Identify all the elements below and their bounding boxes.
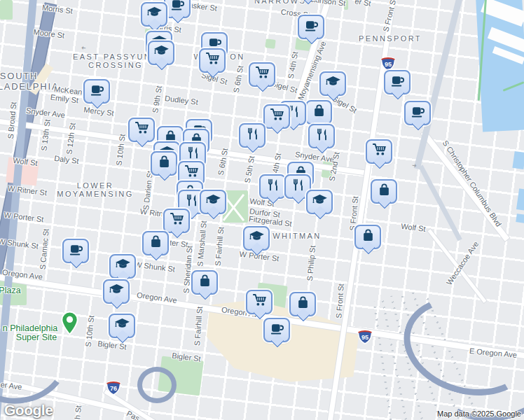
neighborhood-label: WHITMAN [273, 232, 321, 240]
freeway-loop-ramp [137, 367, 177, 403]
park-area [265, 38, 275, 49]
map-marker-cart[interactable] [246, 290, 273, 314]
grad-icon [153, 43, 170, 62]
cart-icon [371, 142, 387, 161]
cart-icon [169, 211, 185, 230]
map-marker-coffee[interactable] [263, 318, 290, 342]
map-marker-food[interactable] [239, 123, 266, 148]
map-marker-cart[interactable] [249, 62, 275, 87]
map-marker-cart[interactable] [199, 48, 226, 73]
map-marker-cart[interactable] [163, 209, 190, 233]
grad-icon [115, 257, 131, 276]
interstate-shield-76: 76 [104, 379, 123, 398]
map-marker-bag[interactable] [354, 225, 381, 249]
map-marker-cart[interactable] [263, 104, 290, 129]
coffee-icon [269, 321, 285, 340]
map-marker-grad[interactable] [200, 190, 226, 214]
food-icon [314, 127, 330, 146]
grad-icon [325, 74, 341, 93]
street-label: h St [73, 405, 83, 420]
bag-icon [376, 182, 392, 201]
water-area [516, 214, 524, 223]
map-marker-grad[interactable] [109, 254, 136, 279]
map-marker-bag[interactable] [191, 270, 218, 295]
map-marker-grad[interactable] [103, 279, 130, 304]
coffee-icon [170, 0, 186, 15]
cart-icon [251, 293, 268, 312]
svg-text:76: 76 [110, 385, 117, 392]
neighborhood-label: LOWERMOYAMENSING [57, 181, 133, 198]
map-marker-grad[interactable] [306, 190, 333, 214]
map-marker-grad[interactable] [141, 2, 167, 27]
park-area-mifflin-square [223, 190, 248, 223]
cart-icon [205, 51, 221, 70]
cart-icon [269, 107, 285, 126]
neighborhood-label: SOUTHPHILADELPHIA [0, 71, 59, 92]
cart-icon [134, 120, 150, 139]
grad-icon [312, 192, 328, 211]
map-marker-bag[interactable] [305, 100, 332, 125]
map-attribution: Map data ©2025 Google [437, 410, 521, 418]
cart-icon [254, 65, 270, 84]
bag-icon [156, 154, 172, 173]
interstate-shield-95: 95 [356, 328, 374, 347]
map-marker-coffee[interactable] [62, 239, 89, 263]
one-way-arrow-icon: ➜ [411, 162, 417, 169]
super-site-pin[interactable] [60, 311, 79, 339]
svg-text:95: 95 [385, 61, 392, 68]
coffee-icon [410, 104, 426, 122]
coffee-icon [68, 241, 84, 260]
grad-icon [146, 5, 163, 24]
grad-icon [249, 229, 265, 248]
neighborhood-label: EAST PASSYUNKCROSSING [73, 52, 158, 69]
grad-icon [109, 282, 125, 301]
map-marker-bag[interactable] [142, 231, 169, 255]
map-marker-grad[interactable] [319, 71, 346, 96]
map-marker-grad[interactable] [148, 41, 174, 65]
bag-icon [311, 103, 327, 122]
map-marker-grad[interactable] [109, 314, 135, 338]
map-marker-cart[interactable] [366, 139, 392, 164]
map-marker-food[interactable] [259, 174, 286, 199]
map-marker-coffee[interactable] [298, 15, 324, 39]
map-marker-food[interactable] [308, 124, 335, 148]
google-logo[interactable]: Google [4, 402, 53, 419]
coffee-icon [303, 18, 319, 36]
food-icon [265, 177, 281, 196]
map-marker-grad[interactable] [243, 226, 270, 251]
map-canvas[interactable]: ➜ ➜ ➜ ➜ Morris StMorris StMoore StTasker… [0, 0, 524, 420]
coffee-icon [389, 73, 406, 92]
neighborhood-label: NARROWS [254, 0, 306, 5]
neighborhood-label: PENNSPORT [359, 34, 422, 43]
map-marker-bag[interactable] [371, 179, 397, 204]
grad-icon [205, 192, 221, 211]
water-area [512, 151, 524, 169]
bag-icon [197, 273, 213, 292]
bag-icon [148, 234, 164, 253]
place-label: Plaza [0, 286, 21, 295]
map-marker-coffee[interactable] [384, 70, 411, 94]
one-way-arrow-icon: ➜ [81, 45, 86, 52]
food-icon [244, 126, 261, 145]
bag-icon [295, 295, 311, 314]
map-marker-bag[interactable] [289, 292, 316, 316]
map-marker-coffee[interactable] [404, 101, 431, 125]
park-area [0, 0, 13, 20]
map-marker-bag[interactable] [151, 151, 177, 176]
bag-icon [360, 227, 376, 246]
food-icon [290, 177, 306, 196]
coffee-icon [89, 82, 105, 101]
grad-icon [114, 316, 130, 335]
place-label: n Philadelphia [3, 323, 58, 333]
map-marker-coffee[interactable] [164, 0, 191, 18]
cart-icon [184, 164, 200, 183]
map-marker-coffee[interactable] [83, 79, 110, 104]
map-marker-cart[interactable] [128, 118, 155, 142]
place-label: Super Site [16, 332, 57, 342]
svg-text:95: 95 [361, 334, 368, 341]
